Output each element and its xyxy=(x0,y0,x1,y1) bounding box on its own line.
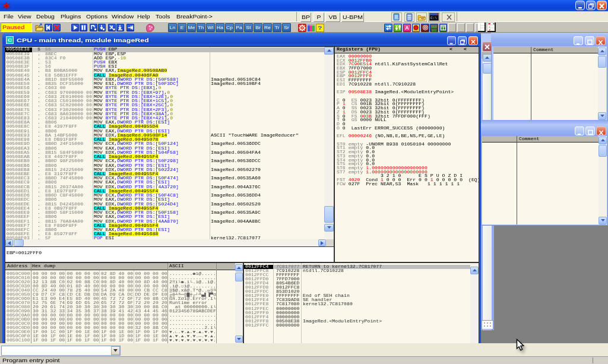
svg-text:C:\: C:\ xyxy=(430,16,437,20)
